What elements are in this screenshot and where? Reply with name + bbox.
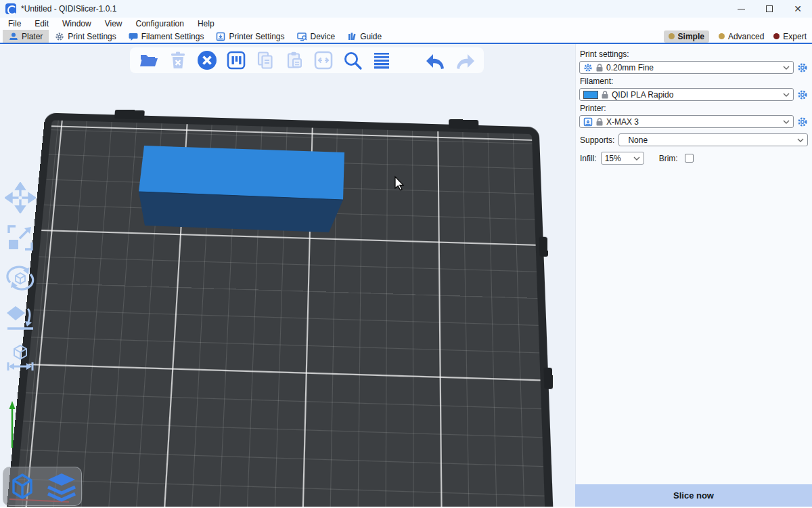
gear-icon (797, 117, 808, 127)
delete-trash-icon (168, 50, 188, 70)
infill-value: 15% (605, 154, 630, 163)
gear-icon (797, 62, 808, 73)
gizmo-toolbar (4, 182, 37, 374)
mode-advanced[interactable]: Advanced (719, 32, 764, 41)
close-button[interactable]: ✕ (784, 0, 812, 18)
open-button[interactable] (138, 49, 160, 71)
measure-icon (5, 342, 36, 373)
supports-label: Supports: (580, 135, 614, 145)
infill-combo[interactable]: 15% (601, 152, 644, 165)
edit-printer-button[interactable] (797, 117, 808, 127)
slice-now-button[interactable]: Slice now (575, 484, 812, 507)
menu-window[interactable]: Window (55, 19, 98, 28)
mode-simple[interactable]: Simple (664, 30, 709, 43)
plater-icon (9, 32, 18, 41)
viewport-canvas[interactable] (0, 44, 575, 507)
preview-view-button[interactable] (45, 471, 78, 502)
undo-button[interactable] (425, 49, 447, 71)
chevron-down-icon (783, 93, 790, 97)
search-icon (342, 50, 363, 70)
menu-edit[interactable]: Edit (28, 19, 55, 28)
layer-lines-icon (371, 50, 392, 70)
printer-combo[interactable]: X-MAX 3 (579, 115, 794, 128)
split-icon (313, 50, 334, 70)
guide-books-icon (347, 32, 357, 41)
scale-button[interactable] (4, 221, 37, 254)
search-button[interactable] (342, 49, 363, 71)
axis-y-green (9, 401, 16, 448)
advanced-dot-icon (719, 33, 725, 39)
place-on-face-button[interactable] (4, 301, 37, 334)
editor-view-button[interactable] (7, 471, 38, 502)
edit-filament-button[interactable] (797, 89, 808, 100)
filament-color-swatch (583, 91, 598, 99)
filament-label: Filament: (580, 77, 808, 86)
printer-small-icon (583, 117, 593, 127)
lock-icon (602, 91, 608, 99)
arrange-button[interactable] (225, 49, 247, 71)
printer-icon (216, 32, 225, 41)
menu-file[interactable]: File (1, 19, 28, 28)
simple-dot-icon (669, 33, 675, 39)
arrange-icon (226, 50, 246, 70)
place-on-face-icon (5, 302, 36, 333)
open-folder-icon (139, 50, 159, 70)
main-toolbar (130, 47, 484, 73)
rotate-button[interactable] (4, 261, 37, 294)
tab-print-settings[interactable]: Print Settings (49, 30, 122, 43)
mode-selector: Simple Advanced Expert (664, 30, 812, 43)
tab-device[interactable]: Device (291, 30, 342, 43)
print-settings-label: Print settings: (580, 49, 808, 59)
scale-icon (5, 222, 36, 253)
app-logo-icon (5, 3, 16, 14)
printer-value: X-MAX 3 (606, 117, 780, 127)
preset-gear-icon (583, 63, 593, 72)
window-title: *Untitled - QIDISlicer-1.0.1 (21, 4, 116, 14)
move-icon (5, 182, 36, 213)
split-button[interactable] (313, 49, 334, 71)
tab-printer-settings[interactable]: Printer Settings (210, 30, 290, 43)
move-button[interactable] (4, 182, 37, 214)
model-box[interactable] (139, 146, 344, 232)
device-monitor-icon (297, 32, 307, 41)
redo-button[interactable] (454, 49, 476, 71)
maximize-icon (766, 5, 773, 12)
minimize-icon (738, 9, 745, 9)
brim-label: Brim: (659, 154, 678, 163)
filament-value: QIDI PLA Rapido (612, 90, 780, 100)
chevron-down-icon (783, 66, 790, 70)
tab-bar: Plater Print Settings Filament Settings … (0, 30, 812, 44)
edit-print-settings-button[interactable] (797, 62, 808, 73)
delete-all-icon (196, 49, 218, 71)
delete-button[interactable] (167, 49, 189, 71)
print-settings-combo[interactable]: 0.20mm Fine (579, 61, 794, 74)
brim-checkbox[interactable] (685, 154, 694, 163)
paste-clipboard-icon (284, 50, 304, 70)
minimize-button[interactable] (727, 0, 755, 18)
variable-layer-height-button[interactable] (371, 49, 392, 71)
measure-button[interactable] (4, 341, 37, 374)
chevron-down-icon (797, 138, 804, 142)
maximize-button[interactable] (755, 0, 784, 18)
title-bar: *Untitled - QIDISlicer-1.0.1 ✕ (0, 0, 812, 18)
menu-configuration[interactable]: Configuration (129, 19, 191, 28)
menu-view[interactable]: View (98, 19, 129, 28)
redo-arrow-icon (454, 50, 476, 70)
tab-plater[interactable]: Plater (3, 30, 49, 43)
paste-button[interactable] (284, 49, 305, 71)
copy-button[interactable] (254, 49, 276, 71)
tab-guide[interactable]: Guide (341, 30, 388, 43)
printer-label: Printer: (580, 104, 808, 113)
mode-expert[interactable]: Expert (773, 32, 807, 41)
rotate-icon (5, 262, 36, 293)
settings-sidebar: Print settings: 0.20mm Fine (575, 44, 812, 507)
menu-help[interactable]: Help (191, 19, 221, 28)
delete-all-button[interactable] (196, 49, 218, 71)
supports-combo[interactable]: None (618, 133, 808, 146)
print-settings-gear-icon (55, 32, 64, 41)
expert-dot-icon (773, 33, 780, 39)
mouse-cursor (395, 177, 403, 190)
filament-combo[interactable]: QIDI PLA Rapido (579, 88, 794, 101)
tab-filament-settings[interactable]: Filament Settings (122, 30, 210, 43)
filament-bubble-icon (129, 32, 138, 41)
